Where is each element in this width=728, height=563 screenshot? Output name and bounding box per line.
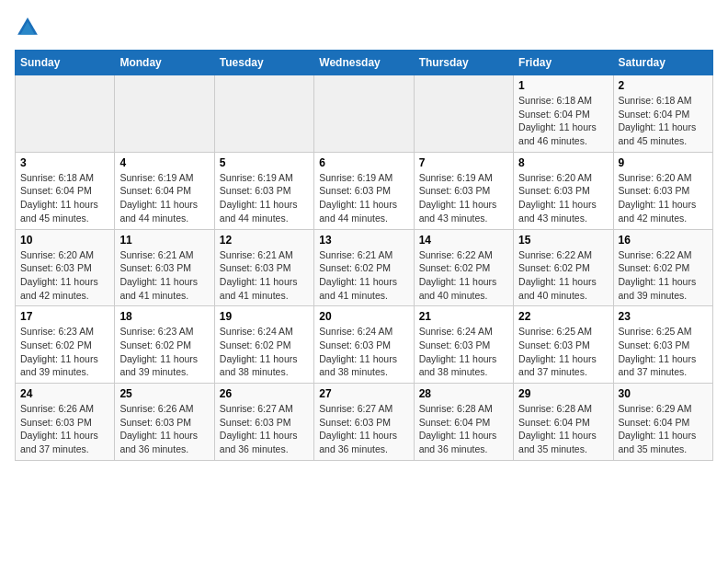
calendar-cell: 16Sunrise: 6:22 AM Sunset: 6:02 PM Dayli… (613, 229, 712, 306)
day-info: Sunrise: 6:20 AM Sunset: 6:03 PM Dayligh… (20, 248, 109, 303)
calendar-cell: 20Sunrise: 6:24 AM Sunset: 6:03 PM Dayli… (314, 306, 414, 384)
day-number: 28 (419, 387, 508, 400)
day-number: 26 (220, 387, 309, 400)
calendar-cell: 10Sunrise: 6:20 AM Sunset: 6:03 PM Dayli… (16, 229, 115, 306)
calendar-cell (314, 75, 414, 153)
day-number: 13 (319, 234, 408, 247)
calendar-cell: 3Sunrise: 6:18 AM Sunset: 6:04 PM Daylig… (16, 152, 115, 229)
calendar-cell (16, 75, 115, 153)
week-row-1: 1Sunrise: 6:18 AM Sunset: 6:04 PM Daylig… (16, 75, 713, 153)
day-number: 7 (419, 156, 508, 169)
calendar-cell: 15Sunrise: 6:22 AM Sunset: 6:02 PM Dayli… (514, 229, 613, 306)
day-info: Sunrise: 6:18 AM Sunset: 6:04 PM Dayligh… (619, 94, 708, 148)
calendar-cell (115, 75, 214, 153)
day-info: Sunrise: 6:19 AM Sunset: 6:03 PM Dayligh… (319, 171, 408, 225)
day-info: Sunrise: 6:19 AM Sunset: 6:04 PM Dayligh… (119, 171, 209, 225)
day-number: 19 (220, 310, 309, 323)
calendar-cell (414, 75, 513, 153)
calendar-cell: 2Sunrise: 6:18 AM Sunset: 6:04 PM Daylig… (613, 75, 712, 153)
week-row-2: 3Sunrise: 6:18 AM Sunset: 6:04 PM Daylig… (16, 152, 713, 229)
calendar-cell: 13Sunrise: 6:21 AM Sunset: 6:02 PM Dayli… (314, 229, 414, 306)
day-info: Sunrise: 6:21 AM Sunset: 6:03 PM Dayligh… (119, 248, 209, 303)
day-number: 15 (518, 234, 608, 247)
day-number: 8 (518, 156, 608, 169)
week-row-3: 10Sunrise: 6:20 AM Sunset: 6:03 PM Dayli… (16, 229, 713, 306)
day-number: 25 (119, 387, 209, 400)
day-info: Sunrise: 6:18 AM Sunset: 6:04 PM Dayligh… (518, 94, 608, 148)
day-info: Sunrise: 6:24 AM Sunset: 6:03 PM Dayligh… (319, 325, 408, 379)
day-number: 24 (20, 387, 109, 400)
day-number: 6 (319, 156, 408, 169)
day-info: Sunrise: 6:20 AM Sunset: 6:03 PM Dayligh… (518, 171, 608, 225)
day-number: 27 (319, 387, 408, 400)
calendar-cell: 17Sunrise: 6:23 AM Sunset: 6:02 PM Dayli… (16, 306, 115, 384)
weekday-header-row: SundayMondayTuesdayWednesdayThursdayFrid… (16, 51, 713, 75)
day-number: 23 (619, 310, 708, 323)
week-row-5: 24Sunrise: 6:26 AM Sunset: 6:03 PM Dayli… (16, 384, 713, 461)
day-info: Sunrise: 6:23 AM Sunset: 6:02 PM Dayligh… (119, 325, 209, 379)
header (15, 15, 713, 40)
day-info: Sunrise: 6:22 AM Sunset: 6:02 PM Dayligh… (518, 248, 608, 303)
page: SundayMondayTuesdayWednesdayThursdayFrid… (0, 0, 728, 476)
day-number: 4 (119, 156, 209, 169)
day-number: 29 (518, 387, 608, 400)
weekday-header-sunday: Sunday (16, 51, 115, 75)
calendar-cell: 14Sunrise: 6:22 AM Sunset: 6:02 PM Dayli… (414, 229, 513, 306)
calendar-cell: 7Sunrise: 6:19 AM Sunset: 6:03 PM Daylig… (414, 152, 513, 229)
day-number: 20 (319, 310, 408, 323)
day-info: Sunrise: 6:20 AM Sunset: 6:03 PM Dayligh… (619, 171, 708, 225)
day-info: Sunrise: 6:24 AM Sunset: 6:02 PM Dayligh… (220, 325, 309, 379)
day-info: Sunrise: 6:22 AM Sunset: 6:02 PM Dayligh… (419, 248, 508, 303)
day-number: 1 (518, 79, 608, 92)
calendar-cell: 1Sunrise: 6:18 AM Sunset: 6:04 PM Daylig… (514, 75, 613, 153)
day-info: Sunrise: 6:22 AM Sunset: 6:02 PM Dayligh… (619, 248, 708, 303)
logo-icon (15, 15, 40, 40)
day-number: 10 (20, 234, 109, 247)
calendar-cell: 30Sunrise: 6:29 AM Sunset: 6:04 PM Dayli… (613, 384, 712, 461)
day-number: 11 (119, 234, 209, 247)
day-info: Sunrise: 6:23 AM Sunset: 6:02 PM Dayligh… (20, 325, 109, 379)
calendar-cell: 21Sunrise: 6:24 AM Sunset: 6:03 PM Dayli… (414, 306, 513, 384)
day-info: Sunrise: 6:26 AM Sunset: 6:03 PM Dayligh… (119, 402, 209, 456)
day-info: Sunrise: 6:26 AM Sunset: 6:03 PM Dayligh… (20, 402, 109, 456)
day-number: 22 (518, 310, 608, 323)
day-info: Sunrise: 6:24 AM Sunset: 6:03 PM Dayligh… (419, 325, 508, 379)
day-info: Sunrise: 6:27 AM Sunset: 6:03 PM Dayligh… (319, 402, 408, 456)
day-number: 2 (619, 79, 708, 92)
weekday-header-monday: Monday (115, 51, 214, 75)
calendar-cell: 19Sunrise: 6:24 AM Sunset: 6:02 PM Dayli… (214, 306, 313, 384)
day-info: Sunrise: 6:29 AM Sunset: 6:04 PM Dayligh… (619, 402, 708, 456)
day-info: Sunrise: 6:21 AM Sunset: 6:03 PM Dayligh… (220, 248, 309, 303)
day-number: 3 (20, 156, 109, 169)
calendar-cell: 29Sunrise: 6:28 AM Sunset: 6:04 PM Dayli… (514, 384, 613, 461)
weekday-header-friday: Friday (514, 51, 613, 75)
calendar-cell: 8Sunrise: 6:20 AM Sunset: 6:03 PM Daylig… (514, 152, 613, 229)
day-number: 30 (619, 387, 708, 400)
calendar-cell: 24Sunrise: 6:26 AM Sunset: 6:03 PM Dayli… (16, 384, 115, 461)
calendar-cell: 5Sunrise: 6:19 AM Sunset: 6:03 PM Daylig… (214, 152, 313, 229)
day-info: Sunrise: 6:27 AM Sunset: 6:03 PM Dayligh… (220, 402, 309, 456)
week-row-4: 17Sunrise: 6:23 AM Sunset: 6:02 PM Dayli… (16, 306, 713, 384)
calendar-cell: 28Sunrise: 6:28 AM Sunset: 6:04 PM Dayli… (414, 384, 513, 461)
logo (15, 15, 44, 40)
day-number: 18 (119, 310, 209, 323)
day-info: Sunrise: 6:19 AM Sunset: 6:03 PM Dayligh… (419, 171, 508, 225)
calendar-cell: 6Sunrise: 6:19 AM Sunset: 6:03 PM Daylig… (314, 152, 414, 229)
calendar-table: SundayMondayTuesdayWednesdayThursdayFrid… (15, 50, 713, 461)
calendar-cell: 27Sunrise: 6:27 AM Sunset: 6:03 PM Dayli… (314, 384, 414, 461)
calendar-cell: 22Sunrise: 6:25 AM Sunset: 6:03 PM Dayli… (514, 306, 613, 384)
day-number: 17 (20, 310, 109, 323)
weekday-header-wednesday: Wednesday (314, 51, 414, 75)
calendar-cell: 9Sunrise: 6:20 AM Sunset: 6:03 PM Daylig… (613, 152, 712, 229)
weekday-header-saturday: Saturday (613, 51, 712, 75)
day-info: Sunrise: 6:21 AM Sunset: 6:02 PM Dayligh… (319, 248, 408, 303)
calendar-cell: 25Sunrise: 6:26 AM Sunset: 6:03 PM Dayli… (115, 384, 214, 461)
day-number: 9 (619, 156, 708, 169)
calendar-cell: 12Sunrise: 6:21 AM Sunset: 6:03 PM Dayli… (214, 229, 313, 306)
day-number: 14 (419, 234, 508, 247)
calendar-cell (214, 75, 313, 153)
day-number: 12 (220, 234, 309, 247)
calendar-cell: 18Sunrise: 6:23 AM Sunset: 6:02 PM Dayli… (115, 306, 214, 384)
day-info: Sunrise: 6:28 AM Sunset: 6:04 PM Dayligh… (518, 402, 608, 456)
day-info: Sunrise: 6:18 AM Sunset: 6:04 PM Dayligh… (20, 171, 109, 225)
